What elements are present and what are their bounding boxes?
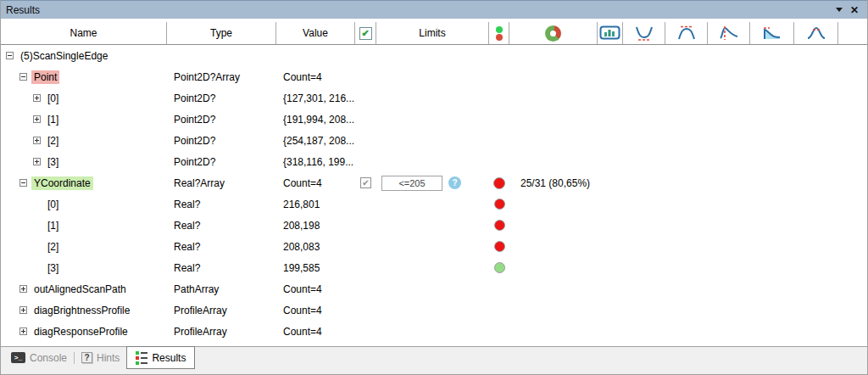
limits-cell xyxy=(376,109,489,130)
console-icon: >_ xyxy=(11,352,25,363)
collapse-icon[interactable] xyxy=(19,73,27,81)
tree-name-cell: diagBrightnessProfile xyxy=(1,299,167,321)
tree-node-label[interactable]: [3] xyxy=(45,155,61,169)
chevron-down-icon xyxy=(836,8,843,12)
tab-results[interactable]: Results xyxy=(126,346,195,369)
tree-name-cell: outAlignedScanPath xyxy=(1,278,167,299)
type-cell: Real? xyxy=(167,215,276,236)
expand-icon[interactable] xyxy=(33,94,41,102)
column-header-pass-fail[interactable] xyxy=(489,22,509,44)
tree-row[interactable]: YCoordinateReal?ArrayCount=4✔?25/31 (80,… xyxy=(1,172,867,193)
column-header-empty xyxy=(838,22,867,44)
tree-node-label[interactable]: outAlignedScanPath xyxy=(31,283,129,296)
tree-row[interactable]: [2]Real?208,083 xyxy=(1,236,867,257)
tree-node-label[interactable]: [0] xyxy=(45,92,61,105)
pass-fail-cell xyxy=(489,66,509,87)
column-header-bell-fit[interactable] xyxy=(794,22,838,44)
tree-row[interactable]: outAlignedScanPathPathArrayCount=4 xyxy=(1,278,867,299)
tree-row[interactable]: (5)ScanSingleEdge xyxy=(1,45,867,66)
type-cell: Real? xyxy=(167,193,276,215)
expand-icon[interactable] xyxy=(33,137,41,144)
pass-status-dot xyxy=(494,262,505,273)
panel-close-button[interactable]: ✕ xyxy=(847,3,862,17)
limit-enabled-checkbox[interactable]: ✔ xyxy=(360,177,371,188)
pass-ratio-stats: 25/31 (80,65%) xyxy=(509,172,867,193)
expand-icon[interactable] xyxy=(19,306,27,314)
tree-name-cell: [3] xyxy=(1,257,167,278)
help-icon[interactable]: ? xyxy=(448,176,461,189)
table-header: Name Type Value ✔ Limits xyxy=(1,22,867,45)
tree-name-cell: [1] xyxy=(1,215,167,236)
type-cell: Real? xyxy=(167,257,276,278)
tree-name-cell: YCoordinate xyxy=(1,172,167,193)
tree-row[interactable]: [3]Real?199,585 xyxy=(1,257,867,278)
column-header-peak-marker[interactable] xyxy=(708,22,750,44)
close-icon: ✕ xyxy=(850,5,859,15)
pass-fail-cell xyxy=(489,151,509,172)
column-header-hill-fit[interactable] xyxy=(665,22,708,44)
tree-row[interactable]: [1]Real?208,198 xyxy=(1,215,867,236)
checkbox-icon: ✔ xyxy=(359,27,372,40)
tree-node-label[interactable]: [1] xyxy=(45,113,61,126)
tree-row[interactable]: [0]Real?216,801 xyxy=(1,193,867,215)
pass-ratio-stats xyxy=(509,299,867,321)
tree-node-label[interactable]: [3] xyxy=(45,261,61,275)
tree-node-label[interactable]: [0] xyxy=(45,198,61,211)
tree-node-label[interactable]: [2] xyxy=(45,240,61,254)
column-header-enable-limits[interactable]: ✔ xyxy=(355,22,376,44)
column-header-valley-fit[interactable] xyxy=(623,22,665,44)
histogram-icon xyxy=(599,25,620,41)
column-header-value[interactable]: Value xyxy=(276,22,355,44)
tree-row[interactable]: [1]Point2D?{191,994, 208... xyxy=(1,109,867,130)
tree-node-label[interactable]: diagBrightnessProfile xyxy=(31,304,132,317)
expand-icon[interactable] xyxy=(19,327,27,335)
tab-console[interactable]: >_ Console xyxy=(4,347,74,368)
panel-menu-button[interactable] xyxy=(832,3,847,17)
limits-cell xyxy=(376,151,489,172)
tree-row[interactable]: diagResponseProfileProfileArrayCount=4 xyxy=(1,321,867,342)
type-cell: ProfileArray xyxy=(167,299,276,321)
limit-enable-cell xyxy=(355,66,376,87)
tree-node-label[interactable]: (5)ScanSingleEdge xyxy=(18,49,110,63)
tree-row[interactable]: [3]Point2D?{318,116, 199... xyxy=(1,151,867,172)
limit-enable-cell xyxy=(355,236,376,257)
expand-icon[interactable] xyxy=(19,285,27,293)
column-header-statistics[interactable] xyxy=(509,22,598,44)
curve-bell-icon xyxy=(805,25,827,41)
limit-enable-cell xyxy=(355,299,376,321)
expand-icon[interactable] xyxy=(33,158,41,165)
tree-node-label[interactable]: [1] xyxy=(45,219,61,232)
tree-name-cell: [0] xyxy=(1,87,167,109)
curve-valley-icon xyxy=(633,25,655,41)
fail-status-dot xyxy=(494,220,505,231)
limits-cell xyxy=(376,321,489,342)
tree-row[interactable]: PointPoint2D?ArrayCount=4 xyxy=(1,66,867,87)
tree-row[interactable]: diagBrightnessProfileProfileArrayCount=4 xyxy=(1,299,867,321)
limit-enable-cell xyxy=(355,193,376,215)
collapse-icon[interactable] xyxy=(6,52,14,59)
tree-node-label[interactable]: YCoordinate xyxy=(31,176,93,190)
tree-node-label[interactable]: [2] xyxy=(45,134,61,148)
limit-enable-cell xyxy=(355,215,376,236)
column-header-type[interactable]: Type xyxy=(167,22,276,44)
tree-node-label[interactable]: diagResponseProfile xyxy=(31,325,131,339)
value-cell: {318,116, 199... xyxy=(276,151,355,172)
column-header-decay-area[interactable] xyxy=(750,22,794,44)
column-header-limits[interactable]: Limits xyxy=(376,22,489,44)
type-cell: Real? xyxy=(167,236,276,257)
column-header-name[interactable]: Name xyxy=(1,22,167,44)
pass-ratio-stats xyxy=(509,257,867,278)
results-panel: Results ✕ Name Type Value ✔ Limits xyxy=(0,0,868,375)
panel-titlebar: Results ✕ xyxy=(1,0,867,19)
tab-hints[interactable]: ? Hints xyxy=(75,347,126,368)
limit-expression-input[interactable] xyxy=(381,176,442,191)
collapse-icon[interactable] xyxy=(19,179,27,187)
type-cell xyxy=(167,45,276,66)
column-header-histogram[interactable] xyxy=(598,22,623,44)
tree-row[interactable]: [0]Point2D?{127,301, 216... xyxy=(1,87,867,109)
expand-icon[interactable] xyxy=(33,115,41,123)
tree-row[interactable]: [2]Point2D?{254,187, 208... xyxy=(1,130,867,151)
value-cell: {127,301, 216... xyxy=(276,87,355,109)
curve-peak-marker-icon xyxy=(718,25,740,41)
tree-node-label[interactable]: Point xyxy=(31,70,59,84)
